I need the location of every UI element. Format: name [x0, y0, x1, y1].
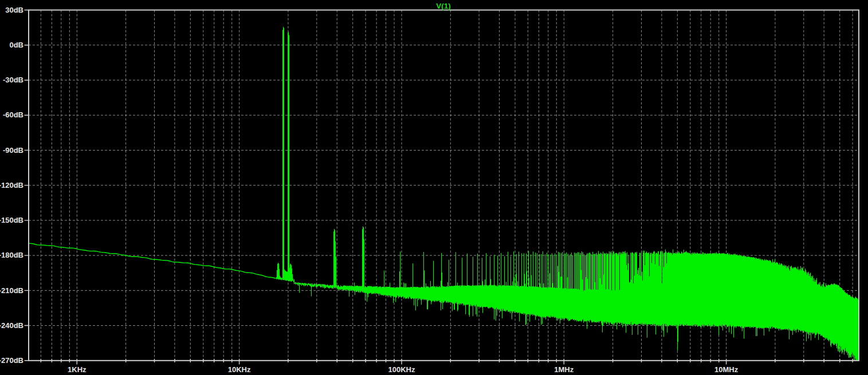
svg-text:-30dB: -30dB [3, 76, 23, 84]
svg-text:1KHz: 1KHz [68, 365, 87, 374]
svg-text:-120dB: -120dB [0, 181, 23, 190]
svg-text:10KHz: 10KHz [228, 365, 251, 374]
svg-text:0dB: 0dB [9, 41, 23, 49]
svg-text:10MHz: 10MHz [714, 365, 739, 374]
svg-text:-60dB: -60dB [3, 110, 23, 119]
svg-text:1MHz: 1MHz [554, 365, 574, 374]
svg-text:-180dB: -180dB [0, 251, 23, 259]
svg-text:-150dB: -150dB [0, 216, 23, 224]
svg-text:-210dB: -210dB [0, 286, 23, 295]
svg-text:-90dB: -90dB [3, 146, 23, 155]
svg-text:-240dB: -240dB [0, 321, 23, 330]
svg-text:100KHz: 100KHz [388, 365, 415, 374]
svg-text:-270dB: -270dB [0, 356, 23, 365]
svg-text:30dB: 30dB [5, 6, 23, 14]
svg-text:V(1): V(1) [436, 2, 451, 10]
